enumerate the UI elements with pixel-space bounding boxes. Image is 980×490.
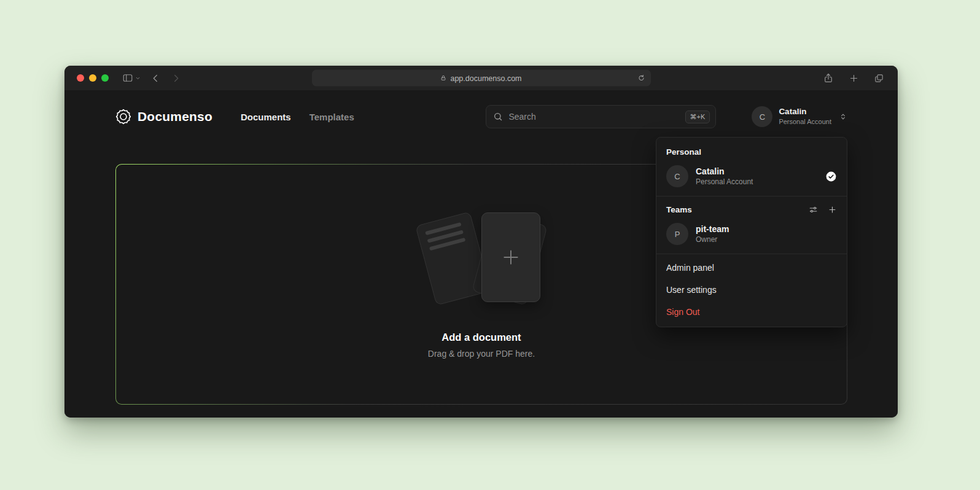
forward-button[interactable] <box>171 73 181 84</box>
personal-name: Catalin <box>696 166 753 176</box>
chevron-up-down-icon <box>839 112 847 122</box>
sidebar-toggle-icon[interactable] <box>122 72 133 84</box>
search-box[interactable]: ⌘+K <box>486 105 716 128</box>
personal-avatar: C <box>666 165 688 187</box>
sidebar-chevron-down-icon[interactable] <box>135 76 141 81</box>
address-bar[interactable]: app.documenso.com <box>312 70 651 87</box>
back-button[interactable] <box>150 73 161 84</box>
menu-item-user-settings[interactable]: User settings <box>656 279 847 301</box>
selected-check-icon <box>825 171 837 182</box>
traffic-lights <box>64 74 109 82</box>
team-avatar: P <box>666 223 688 245</box>
personal-account-item[interactable]: C Catalin Personal Account <box>656 161 847 195</box>
menu-separator <box>656 254 847 254</box>
document-card-center <box>481 212 540 302</box>
new-tab-icon[interactable] <box>849 73 859 84</box>
account-dropdown-menu: Personal C Catalin Personal Account Team… <box>656 137 847 327</box>
close-button[interactable] <box>77 74 84 82</box>
search-shortcut-badge: ⌘+K <box>685 111 710 123</box>
personal-subtitle: Personal Account <box>696 177 753 186</box>
team-item[interactable]: P pit-team Owner <box>656 219 847 252</box>
account-menu-trigger[interactable]: C Catalin Personal Account <box>752 106 847 127</box>
zoom-button[interactable] <box>101 74 109 82</box>
menu-item-sign-out[interactable]: Sign Out <box>656 301 847 323</box>
search-icon <box>493 112 503 122</box>
browser-window: app.documenso.com <box>64 66 898 418</box>
main-nav: Documents Templates <box>241 112 354 122</box>
nav-templates[interactable]: Templates <box>309 112 354 122</box>
dropzone-subtitle: Drag & drop your PDF here. <box>428 349 535 359</box>
url-text: app.documenso.com <box>450 74 521 82</box>
manage-teams-icon[interactable] <box>809 205 818 214</box>
documents-stack-illustration <box>408 210 555 307</box>
brand-name: Documenso <box>138 109 212 124</box>
lock-icon <box>440 75 446 82</box>
browser-toolbar: app.documenso.com <box>64 66 898 90</box>
personal-section-heading: Personal <box>656 140 847 161</box>
minimize-button[interactable] <box>89 74 96 82</box>
menu-item-admin-panel[interactable]: Admin panel <box>656 257 847 279</box>
menu-separator <box>656 196 847 196</box>
refresh-icon[interactable] <box>637 74 645 82</box>
teams-heading-label: Teams <box>666 205 692 214</box>
documenso-logo-icon <box>115 109 131 125</box>
nav-documents[interactable]: Documents <box>241 112 291 122</box>
team-role: Owner <box>696 235 729 244</box>
toolbar-left-buttons <box>122 72 181 84</box>
search-input[interactable] <box>508 112 679 122</box>
create-team-icon[interactable] <box>828 205 837 214</box>
team-name: pit-team <box>696 224 729 234</box>
teams-section-heading: Teams <box>656 199 847 219</box>
toolbar-right-buttons <box>823 72 898 84</box>
brand[interactable]: Documenso <box>115 109 212 125</box>
dropzone-title: Add a document <box>441 332 521 343</box>
account-type: Personal Account <box>779 117 831 126</box>
app-header: Documenso Documents Templates ⌘+K C Cata… <box>64 90 898 128</box>
plus-icon <box>500 247 521 268</box>
account-name: Catalin <box>779 107 831 117</box>
share-icon[interactable] <box>823 72 834 84</box>
account-avatar: C <box>752 106 772 127</box>
tab-overview-icon[interactable] <box>874 73 884 84</box>
